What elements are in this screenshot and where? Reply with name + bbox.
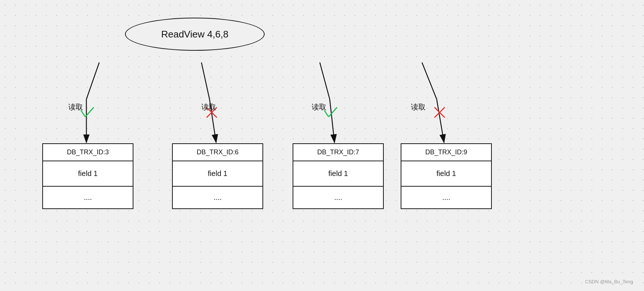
record-trxid-2: DB_TRX_ID:6: [173, 144, 262, 161]
read-label-4: 读取: [411, 102, 426, 112]
read-label-1: 读取: [68, 102, 83, 112]
svg-line-12: [422, 62, 437, 99]
record-trxid-3: DB_TRX_ID:7: [293, 144, 383, 161]
record-box-1: DB_TRX_ID:3 field 1 ....: [42, 143, 133, 209]
record-box-4: DB_TRX_ID:9 field 1 ....: [401, 143, 492, 209]
record-box-3: DB_TRX_ID:7 field 1 ....: [293, 143, 384, 209]
svg-line-14: [434, 107, 445, 118]
svg-line-13: [437, 99, 444, 143]
record-field-4: field 1: [401, 161, 491, 187]
record-field-3: field 1: [293, 161, 383, 187]
svg-line-3: [85, 107, 94, 117]
watermark: CSDN @Ma_Bu_Teng: [585, 279, 633, 284]
svg-line-15: [434, 107, 445, 118]
read-label-2: 读取: [201, 102, 216, 112]
record-field-1: field 1: [43, 161, 133, 187]
record-trxid-1: DB_TRX_ID:3: [43, 144, 133, 161]
svg-line-9: [330, 99, 334, 143]
record-dots-2: ....: [173, 187, 262, 208]
record-trxid-4: DB_TRX_ID:9: [401, 144, 491, 161]
readview-label: ReadView: [161, 29, 204, 40]
svg-line-4: [201, 62, 210, 99]
svg-line-11: [329, 107, 337, 117]
record-dots-4: ....: [401, 187, 491, 208]
readview-ellipse: ReadView 4,6,8: [125, 18, 265, 51]
svg-line-0: [86, 62, 99, 99]
record-box-2: DB_TRX_ID:6 field 1 ....: [172, 143, 263, 209]
read-label-3: 读取: [312, 102, 326, 112]
svg-line-8: [320, 62, 330, 99]
record-dots-3: ....: [293, 187, 383, 208]
readview-value: 4,6,8: [207, 29, 229, 40]
record-dots-1: ....: [43, 187, 133, 208]
record-field-2: field 1: [173, 161, 262, 187]
